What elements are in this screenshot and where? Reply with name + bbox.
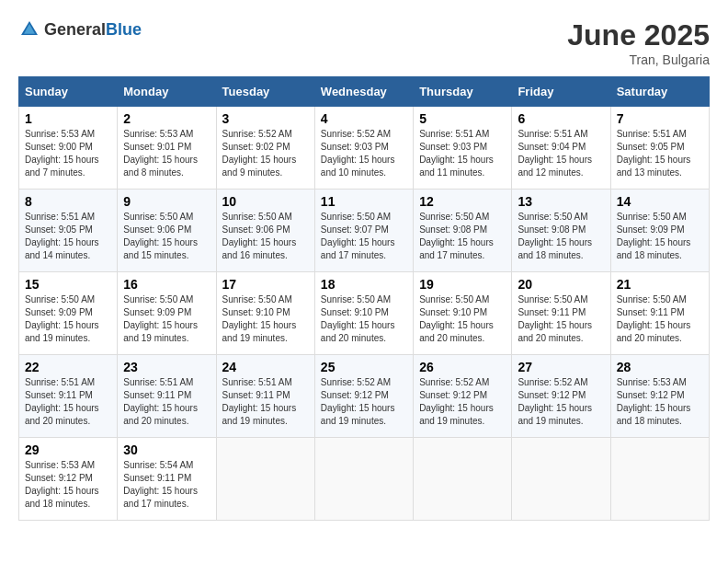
calendar-cell: 12 Sunrise: 5:50 AM Sunset: 9:08 PM Dayl… [414,190,512,272]
day-info: Sunrise: 5:50 AM Sunset: 9:09 PM Dayligh… [123,293,210,345]
calendar-cell: 17 Sunrise: 5:50 AM Sunset: 9:10 PM Dayl… [216,272,314,355]
day-number: 27 [518,360,604,374]
calendar-week-row: 15 Sunrise: 5:50 AM Sunset: 9:09 PM Dayl… [19,272,710,355]
day-number: 28 [617,360,703,374]
calendar-week-row: 8 Sunrise: 5:51 AM Sunset: 9:05 PM Dayli… [19,190,710,272]
calendar-cell: 13 Sunrise: 5:50 AM Sunset: 9:08 PM Dayl… [512,190,610,272]
day-info: Sunrise: 5:50 AM Sunset: 9:06 PM Dayligh… [222,211,309,262]
day-info: Sunrise: 5:50 AM Sunset: 9:09 PM Dayligh… [617,211,703,262]
day-info: Sunrise: 5:53 AM Sunset: 9:00 PM Dayligh… [25,128,111,179]
calendar-cell: 30 Sunrise: 5:54 AM Sunset: 9:11 PM Dayl… [118,438,216,521]
day-info: Sunrise: 5:52 AM Sunset: 9:12 PM Dayligh… [419,376,506,428]
location-subtitle: Tran, Bulgaria [567,52,710,67]
month-title: June 2025 [567,18,710,52]
day-number: 5 [419,111,506,126]
logo-blue-text: Blue [106,20,142,39]
day-info: Sunrise: 5:53 AM Sunset: 9:12 PM Dayligh… [617,376,703,428]
day-info: Sunrise: 5:52 AM Sunset: 9:12 PM Dayligh… [518,376,604,428]
header-monday: Monday [118,77,216,107]
calendar-cell: 11 Sunrise: 5:50 AM Sunset: 9:07 PM Dayl… [314,190,413,272]
header-friday: Friday [512,77,610,107]
header-thursday: Thursday [414,77,512,107]
day-info: Sunrise: 5:51 AM Sunset: 9:05 PM Dayligh… [25,211,111,262]
calendar-cell: 29 Sunrise: 5:53 AM Sunset: 9:12 PM Dayl… [19,438,118,521]
day-info: Sunrise: 5:52 AM Sunset: 9:12 PM Dayligh… [321,376,407,428]
day-info: Sunrise: 5:54 AM Sunset: 9:11 PM Dayligh… [123,459,210,511]
logo-icon [18,18,40,40]
calendar-cell: 2 Sunrise: 5:53 AM Sunset: 9:01 PM Dayli… [118,107,216,190]
calendar-week-row: 22 Sunrise: 5:51 AM Sunset: 9:11 PM Dayl… [19,355,710,438]
day-number: 7 [617,111,703,126]
day-info: Sunrise: 5:51 AM Sunset: 9:04 PM Dayligh… [518,128,604,179]
calendar-cell: 27 Sunrise: 5:52 AM Sunset: 9:12 PM Dayl… [512,355,610,438]
day-info: Sunrise: 5:51 AM Sunset: 9:05 PM Dayligh… [617,128,703,179]
calendar-cell: 14 Sunrise: 5:50 AM Sunset: 9:09 PM Dayl… [610,190,709,272]
day-info: Sunrise: 5:52 AM Sunset: 9:02 PM Dayligh… [222,128,309,179]
calendar-cell [610,438,709,521]
day-info: Sunrise: 5:51 AM Sunset: 9:11 PM Dayligh… [123,376,210,428]
calendar-cell: 1 Sunrise: 5:53 AM Sunset: 9:00 PM Dayli… [19,107,118,190]
calendar-cell [512,438,610,521]
day-number: 29 [25,442,111,457]
days-header-row: Sunday Monday Tuesday Wednesday Thursday… [19,77,710,107]
day-number: 30 [123,442,210,457]
day-number: 3 [222,111,309,126]
day-number: 14 [617,194,703,209]
day-number: 6 [518,111,604,126]
calendar-cell: 9 Sunrise: 5:50 AM Sunset: 9:06 PM Dayli… [118,190,216,272]
day-info: Sunrise: 5:52 AM Sunset: 9:03 PM Dayligh… [321,128,407,179]
calendar-cell: 15 Sunrise: 5:50 AM Sunset: 9:09 PM Dayl… [19,272,118,355]
day-number: 10 [222,194,309,209]
calendar-cell [314,438,413,521]
day-info: Sunrise: 5:50 AM Sunset: 9:11 PM Dayligh… [518,293,604,345]
calendar-cell: 16 Sunrise: 5:50 AM Sunset: 9:09 PM Dayl… [118,272,216,355]
header-saturday: Saturday [610,77,709,107]
calendar-cell: 21 Sunrise: 5:50 AM Sunset: 9:11 PM Dayl… [610,272,709,355]
calendar-cell: 4 Sunrise: 5:52 AM Sunset: 9:03 PM Dayli… [314,107,413,190]
logo-general-text: General [44,20,106,39]
day-number: 23 [123,360,210,374]
calendar-cell [216,438,314,521]
day-number: 9 [123,194,210,209]
calendar-week-row: 1 Sunrise: 5:53 AM Sunset: 9:00 PM Dayli… [19,107,710,190]
header-sunday: Sunday [19,77,118,107]
calendar-cell: 3 Sunrise: 5:52 AM Sunset: 9:02 PM Dayli… [216,107,314,190]
day-number: 8 [25,194,111,209]
day-info: Sunrise: 5:51 AM Sunset: 9:03 PM Dayligh… [419,128,506,179]
day-number: 21 [617,277,703,292]
calendar-week-row: 29 Sunrise: 5:53 AM Sunset: 9:12 PM Dayl… [19,438,710,521]
day-number: 19 [419,277,506,292]
calendar-cell: 20 Sunrise: 5:50 AM Sunset: 9:11 PM Dayl… [512,272,610,355]
day-number: 16 [123,277,210,292]
calendar-cell: 24 Sunrise: 5:51 AM Sunset: 9:11 PM Dayl… [216,355,314,438]
day-number: 26 [419,360,506,374]
day-number: 4 [321,111,407,126]
calendar-cell: 8 Sunrise: 5:51 AM Sunset: 9:05 PM Dayli… [19,190,118,272]
day-info: Sunrise: 5:50 AM Sunset: 9:06 PM Dayligh… [123,211,210,262]
header-wednesday: Wednesday [314,77,413,107]
day-number: 12 [419,194,506,209]
day-number: 1 [25,111,111,126]
day-info: Sunrise: 5:50 AM Sunset: 9:11 PM Dayligh… [617,293,703,345]
calendar-cell: 28 Sunrise: 5:53 AM Sunset: 9:12 PM Dayl… [610,355,709,438]
calendar-cell [414,438,512,521]
day-info: Sunrise: 5:53 AM Sunset: 9:01 PM Dayligh… [123,128,210,179]
calendar-cell: 18 Sunrise: 5:50 AM Sunset: 9:10 PM Dayl… [314,272,413,355]
calendar-cell: 19 Sunrise: 5:50 AM Sunset: 9:10 PM Dayl… [414,272,512,355]
day-number: 25 [321,360,407,374]
logo: GeneralBlue [18,18,142,40]
day-info: Sunrise: 5:50 AM Sunset: 9:10 PM Dayligh… [222,293,309,345]
calendar-cell: 5 Sunrise: 5:51 AM Sunset: 9:03 PM Dayli… [414,107,512,190]
calendar-cell: 26 Sunrise: 5:52 AM Sunset: 9:12 PM Dayl… [414,355,512,438]
day-info: Sunrise: 5:51 AM Sunset: 9:11 PM Dayligh… [25,376,111,428]
calendar-cell: 25 Sunrise: 5:52 AM Sunset: 9:12 PM Dayl… [314,355,413,438]
calendar-table: Sunday Monday Tuesday Wednesday Thursday… [18,76,710,521]
calendar-cell: 10 Sunrise: 5:50 AM Sunset: 9:06 PM Dayl… [216,190,314,272]
day-info: Sunrise: 5:50 AM Sunset: 9:07 PM Dayligh… [321,211,407,262]
calendar-cell: 7 Sunrise: 5:51 AM Sunset: 9:05 PM Dayli… [610,107,709,190]
day-number: 15 [25,277,111,292]
day-info: Sunrise: 5:53 AM Sunset: 9:12 PM Dayligh… [25,459,111,511]
day-number: 11 [321,194,407,209]
title-area: June 2025 Tran, Bulgaria [567,18,710,67]
day-info: Sunrise: 5:50 AM Sunset: 9:08 PM Dayligh… [419,211,506,262]
